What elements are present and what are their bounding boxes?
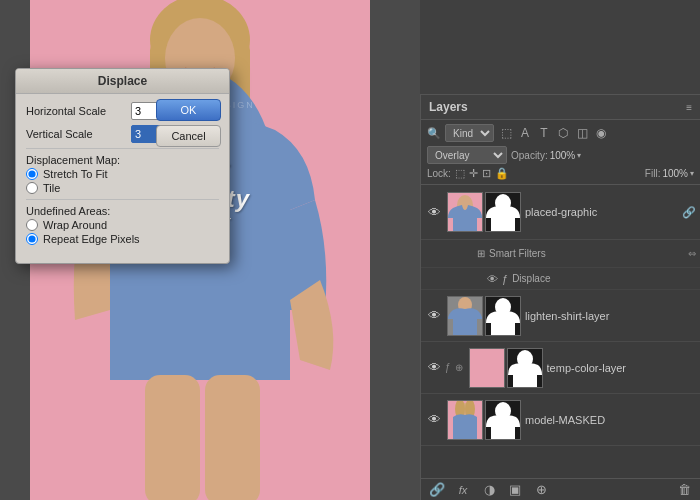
layer-thumb-mask-placed	[485, 192, 521, 232]
layer-visibility-placed[interactable]: 👁	[425, 205, 443, 220]
search-row: 🔍 Kind ⬚ A T ⬡ ◫ ◉	[427, 124, 694, 142]
ok-button[interactable]: OK	[156, 99, 221, 121]
svg-rect-7	[205, 375, 260, 500]
opacity-label: Opacity:	[511, 150, 548, 161]
stretch-to-fit-label: Stretch To Fit	[43, 168, 108, 180]
opacity-value[interactable]: 100%	[550, 150, 576, 161]
dialog-title: Displace	[98, 74, 147, 88]
layer-model-masked[interactable]: 👁	[421, 394, 700, 446]
lock-all-icon[interactable]: 🔒	[495, 167, 509, 180]
layer-thumb-temp	[469, 348, 543, 388]
layer-visibility-temp[interactable]: 👁	[425, 360, 443, 375]
repeat-edge-radio[interactable]	[26, 233, 38, 245]
layers-header-area	[420, 0, 700, 95]
dialog-buttons: OK Cancel	[156, 99, 221, 147]
stretch-to-fit-option[interactable]: Stretch To Fit	[26, 168, 219, 180]
blend-mode-select[interactable]: Overlay	[427, 146, 507, 164]
new-group-icon[interactable]: ▣	[505, 482, 525, 497]
layer-visibility-model[interactable]: 👁	[425, 412, 443, 427]
lock-label: Lock:	[427, 168, 451, 179]
svg-rect-6	[145, 375, 200, 500]
lock-transparent-icon[interactable]: ⬚	[455, 167, 465, 180]
displace-fx-icon: ƒ	[502, 273, 508, 285]
wrap-around-radio[interactable]	[26, 219, 38, 231]
opacity-chevron: ▾	[577, 151, 581, 160]
horizontal-scale-label: Horizontal Scale	[26, 105, 131, 117]
smart-filters-icon: ⊞	[477, 248, 485, 259]
layers-toolbar: 🔍 Kind ⬚ A T ⬡ ◫ ◉ Overlay Opacity: 100%…	[421, 120, 700, 185]
fx-badge: ⊕	[455, 362, 463, 373]
layer-temp-color[interactable]: 👁 ƒ ⊕ temp-color-layer	[421, 342, 700, 394]
tile-option[interactable]: Tile	[26, 182, 219, 194]
layer-thumb-lighten	[447, 296, 521, 336]
layer-displace[interactable]: 👁 ƒ Displace	[421, 268, 700, 290]
displace-visibility[interactable]: 👁	[487, 273, 498, 285]
layer-thumb-mask-model	[485, 400, 521, 440]
layer-placed-graphic[interactable]: 👁 placed-g	[421, 185, 700, 240]
new-fill-icon[interactable]: ◑	[479, 482, 499, 497]
displace-dialog: Displace OK Cancel Horizontal Scale Vert…	[15, 68, 230, 264]
lock-artboard-icon[interactable]: ⊡	[482, 167, 491, 180]
stretch-to-fit-radio[interactable]	[26, 168, 38, 180]
kind-select[interactable]: Kind	[445, 124, 494, 142]
top-bar-placeholder	[428, 41, 692, 53]
divider-2	[26, 199, 219, 200]
tile-label: Tile	[43, 182, 60, 194]
lock-row: Lock: ⬚ ✛ ⊡ 🔒 Fill: 100% ▾	[427, 167, 694, 180]
layer-visibility-lighten[interactable]: 👁	[425, 308, 443, 323]
wrap-around-label: Wrap Around	[43, 219, 107, 231]
layers-panel-title: Layers	[429, 100, 468, 114]
fill-control: Fill: 100% ▾	[645, 168, 694, 179]
smart-object-icon[interactable]: ◫	[574, 125, 590, 141]
smart-filter-badge: ƒ	[445, 362, 451, 373]
layer-thumb-mask-temp	[507, 348, 543, 388]
type-layer-icon[interactable]: T	[536, 125, 552, 141]
layer-link-placed: 🔗	[682, 206, 696, 219]
smart-filters-name: Smart Filters	[489, 248, 546, 259]
layer-smart-filters[interactable]: ⊞ Smart Filters ⇔	[421, 240, 700, 268]
opacity-control: Opacity: 100% ▾	[511, 150, 581, 161]
layer-thumb-content-temp	[469, 348, 505, 388]
layer-lighten-shirt[interactable]: 👁 lighten-shirt-layer	[421, 290, 700, 342]
smart-filters-options[interactable]: ⇔	[688, 248, 696, 259]
svg-rect-17	[470, 349, 504, 387]
blend-mode-row: Overlay Opacity: 100% ▾	[427, 146, 694, 164]
fill-value[interactable]: 100%	[662, 168, 688, 179]
layers-panel: Layers ≡ 🔍 Kind ⬚ A T ⬡ ◫ ◉ Overlay	[420, 95, 700, 500]
fx-icon[interactable]: fx	[453, 484, 473, 496]
wrap-around-option[interactable]: Wrap Around	[26, 219, 219, 231]
layer-name-placed: placed-graphic	[525, 206, 678, 218]
new-layer-icon[interactable]: ⊕	[531, 482, 551, 497]
displacement-map-label: Displacement Map:	[26, 154, 219, 166]
cancel-button[interactable]: Cancel	[156, 125, 221, 147]
layer-name-temp: temp-color-layer	[547, 362, 696, 374]
displace-name: Displace	[512, 273, 550, 284]
layer-thumb-placed	[447, 192, 521, 232]
layers-bottom-toolbar: 🔗 fx ◑ ▣ ⊕ 🗑	[421, 478, 700, 500]
divider-1	[26, 148, 219, 149]
layers-list: 👁 placed-g	[421, 185, 700, 478]
layers-panel-header: Layers ≡	[421, 95, 700, 120]
lock-position-icon[interactable]: ✛	[469, 167, 478, 180]
pixel-layer-icon[interactable]: ⬚	[498, 125, 514, 141]
layer-type-icons: ⬚ A T ⬡ ◫ ◉	[498, 125, 609, 141]
adjustment-layer-icon[interactable]: A	[517, 125, 533, 141]
link-icon[interactable]: 🔗	[427, 482, 447, 497]
vertical-scale-label: Vertical Scale	[26, 128, 131, 140]
layer-thumb-model	[447, 400, 521, 440]
shape-layer-icon[interactable]: ⬡	[555, 125, 571, 141]
layer-thumb-mask-lighten	[485, 296, 521, 336]
layer-thumb-content-lighten	[447, 296, 483, 336]
layer-thumb-content-model	[447, 400, 483, 440]
undefined-areas-label: Undefined Areas:	[26, 205, 219, 217]
repeat-edge-option[interactable]: Repeat Edge Pixels	[26, 233, 219, 245]
repeat-edge-label: Repeat Edge Pixels	[43, 233, 140, 245]
layers-menu-icon[interactable]: ≡	[686, 102, 692, 113]
layer-thumb-content-placed	[447, 192, 483, 232]
layer-name-model: model-MASKED	[525, 414, 696, 426]
layer-name-lighten: lighten-shirt-layer	[525, 310, 696, 322]
delete-layer-icon[interactable]: 🗑	[674, 482, 694, 497]
tile-radio[interactable]	[26, 182, 38, 194]
dialog-titlebar: Displace	[16, 69, 229, 94]
filter-icon[interactable]: ◉	[593, 125, 609, 141]
